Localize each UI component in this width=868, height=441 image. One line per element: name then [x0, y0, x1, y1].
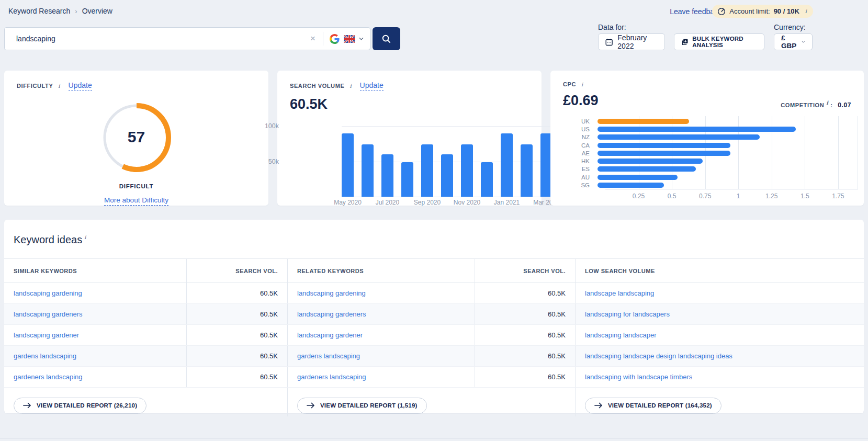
similar-keyword-link-text[interactable]: landscaping gardeners: [14, 310, 83, 318]
bar-series: [342, 126, 554, 197]
country-label: US: [563, 126, 598, 132]
cpc-country-row: ES: [563, 165, 851, 173]
cpc-bar[interactable]: [598, 183, 664, 188]
x-axis-tick-label: 1.5: [801, 193, 809, 200]
y-axis-tick-label: 50k: [238, 158, 279, 165]
volume-bar[interactable]: [362, 144, 374, 197]
currency-label: Currency:: [774, 23, 806, 31]
search-button[interactable]: [373, 27, 400, 50]
volume-bar[interactable]: [441, 154, 453, 197]
cpc-label: CPC: [563, 81, 576, 87]
similar-keyword-link: gardens landscaping: [4, 346, 187, 366]
cpc-bar[interactable]: [598, 159, 703, 164]
similar-search-volume: 60.5K: [187, 346, 288, 366]
country-label: UK: [563, 118, 598, 125]
difficulty-update-link[interactable]: Update: [69, 81, 92, 91]
cpc-country-row: AE: [563, 149, 851, 157]
cpc-bar[interactable]: [598, 143, 730, 148]
similar-keyword-link-text[interactable]: gardeners landscaping: [14, 373, 83, 381]
column-header-search-vol-2[interactable]: SEARCH VOL.: [475, 259, 576, 282]
view-detailed-report-related-button[interactable]: VIEW DETAILED REPORT (1,519): [297, 398, 427, 414]
more-about-difficulty-link[interactable]: More about Difficulty: [104, 196, 168, 206]
search-volume-update-link[interactable]: Update: [360, 81, 384, 91]
country-label: SG: [563, 182, 598, 188]
cpc-bar[interactable]: [598, 151, 730, 156]
low-volume-keyword-link-text[interactable]: landscaping with landscape timbers: [585, 373, 692, 381]
search-engine-region-selector[interactable]: [323, 34, 370, 44]
related-keyword-link-text[interactable]: landscaping gardening: [297, 289, 366, 297]
x-axis-tick-label: 1.25: [765, 193, 777, 200]
cpc-bar[interactable]: [598, 166, 696, 172]
breadcrumb-keyword-research[interactable]: Keyword Research: [8, 7, 70, 15]
volume-bar[interactable]: [401, 162, 413, 197]
related-search-volume-text: 60.5K: [548, 373, 566, 381]
cpc-bar[interactable]: [598, 134, 760, 140]
country-label: CA: [563, 142, 598, 149]
cpc-by-country-chart: UKUSNZCAAEHKESAUSG0.250.50.7511.251.51.7…: [563, 116, 851, 200]
table-row: landscaping gardeners60.5Klandscaping ga…: [4, 304, 864, 325]
volume-bar[interactable]: [501, 133, 513, 197]
column-header-similar-keywords[interactable]: SIMILAR KEYWORDS: [4, 259, 187, 282]
arrow-right-icon: [594, 402, 603, 409]
view-detailed-report-similar-button[interactable]: VIEW DETAILED REPORT (26,210): [14, 398, 146, 414]
date-picker-button[interactable]: February 2022: [598, 33, 665, 50]
google-logo-icon: [330, 34, 340, 44]
volume-bar[interactable]: [461, 144, 473, 197]
bulk-keyword-analysis-button[interactable]: BULK KEYWORD ANALYSIS: [674, 33, 764, 50]
column-header-low-search-volume[interactable]: LOW SEARCH VOLUME: [576, 259, 864, 282]
low-volume-keyword-link-text[interactable]: landscaping for landscapers: [585, 310, 670, 318]
clear-input-icon[interactable]: ×: [308, 33, 323, 44]
cpc-bar[interactable]: [598, 127, 796, 132]
info-icon[interactable]: i: [826, 100, 828, 106]
related-keyword-link-text[interactable]: gardens landscaping: [297, 352, 360, 360]
low-volume-keyword-link-text[interactable]: landscaping landscaper: [585, 331, 657, 339]
low-volume-keyword-link: landscaping landscape design landscaping…: [576, 346, 864, 366]
volume-bar[interactable]: [521, 144, 533, 197]
info-icon[interactable]: i: [58, 84, 60, 89]
low-volume-keyword-link-text[interactable]: landscaping landscape design landscaping…: [585, 352, 732, 360]
related-keyword-link: landscaping gardener: [288, 325, 475, 345]
low-volume-keyword-link: landscape landscaping: [576, 283, 864, 303]
competition-colon: :: [830, 102, 832, 108]
currency-select[interactable]: £ GBP: [774, 33, 813, 50]
related-search-volume: 60.5K: [475, 325, 576, 345]
account-limit-value: 90 / 10K: [774, 7, 799, 15]
cpc-bar[interactable]: [598, 175, 678, 180]
related-search-volume: 60.5K: [475, 304, 576, 324]
similar-keyword-link-text[interactable]: landscaping gardener: [14, 331, 79, 339]
related-keyword-link-text[interactable]: landscaping gardeners: [297, 310, 366, 318]
breadcrumb-overview: Overview: [82, 7, 112, 15]
competition-value: 0.07: [838, 101, 851, 109]
related-keyword-link-text[interactable]: gardeners landscaping: [297, 373, 366, 381]
info-icon[interactable]: i: [84, 234, 86, 240]
x-axis-tick-label: 1.75: [832, 193, 844, 200]
similar-keyword-link-text[interactable]: gardens landscaping: [14, 352, 76, 360]
volume-bar[interactable]: [381, 154, 393, 197]
cpc-country-row: US: [563, 125, 851, 133]
similar-search-volume: 60.5K: [187, 283, 288, 303]
related-keyword-link-text[interactable]: landscaping gardener: [297, 331, 363, 339]
low-volume-keyword-link: landscaping with landscape timbers: [576, 367, 864, 387]
info-icon[interactable]: i: [350, 84, 351, 89]
cpc-value: £0.69: [563, 93, 599, 109]
report-button-label: VIEW DETAILED REPORT (26,210): [37, 402, 137, 409]
chevron-down-icon: [802, 40, 805, 43]
volume-bar[interactable]: [421, 144, 433, 197]
keyword-ideas-table: SIMILAR KEYWORDS SEARCH VOL. RELATED KEY…: [4, 258, 864, 416]
info-icon[interactable]: i: [805, 9, 807, 14]
view-detailed-report-low-volume-button[interactable]: VIEW DETAILED REPORT (164,352): [585, 398, 722, 414]
related-search-volume-text: 60.5K: [548, 289, 566, 297]
volume-bar[interactable]: [342, 133, 354, 197]
column-header-search-vol-1[interactable]: SEARCH VOL.: [187, 259, 288, 282]
volume-bar[interactable]: [481, 162, 493, 197]
keyword-search-box: ×: [4, 27, 370, 50]
related-keyword-link: gardens landscaping: [288, 346, 475, 366]
column-header-related-keywords[interactable]: RELATED KEYWORDS: [288, 259, 475, 282]
cpc-bar[interactable]: [598, 119, 689, 124]
search-volume-label: SEARCH VOLUME: [290, 83, 344, 89]
similar-search-volume-text: 60.5K: [260, 331, 278, 339]
keyword-search-input[interactable]: [5, 35, 308, 43]
low-volume-keyword-link-text[interactable]: landscape landscaping: [585, 289, 654, 297]
info-icon[interactable]: i: [581, 82, 583, 87]
similar-keyword-link-text[interactable]: landscaping gardening: [14, 289, 82, 297]
